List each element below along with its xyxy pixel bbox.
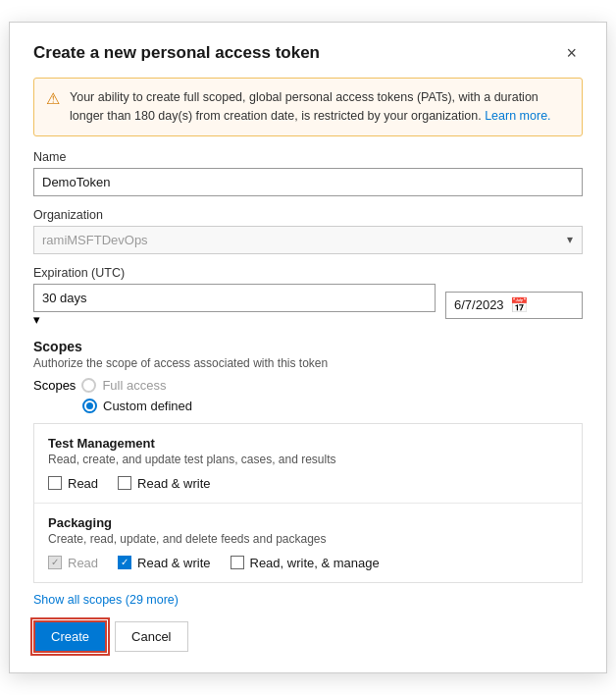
dialog-header: Create a new personal access token × <box>33 42 583 64</box>
warning-banner: ⚠ Your ability to create full scoped, gl… <box>33 78 583 136</box>
full-access-label: Full access <box>102 378 166 393</box>
expiration-select-wrap: 30 days 60 days 90 days 180 days Custom … <box>33 284 436 327</box>
scopes-subtitle: Authorize the scope of access associated… <box>33 356 583 370</box>
pkg-read-checkbox <box>48 556 62 569</box>
dialog-title: Create a new personal access token <box>33 43 320 63</box>
warning-icon: ⚠ <box>46 89 60 108</box>
org-select-wrapper: ramiMSFTDevOps ▾ <box>33 226 583 254</box>
scopes-label: Scopes <box>33 378 76 393</box>
expiration-field-group: Expiration (UTC) 30 days 60 days 90 days… <box>33 266 583 327</box>
scopes-list: Test Management Read, create, and update… <box>33 423 583 583</box>
pkg-readwrite-checkbox[interactable] <box>118 556 131 569</box>
expiration-date-text: 6/7/2023 <box>454 297 504 312</box>
cancel-button[interactable]: Cancel <box>115 621 187 652</box>
name-input[interactable] <box>33 168 583 196</box>
create-button[interactable]: Create <box>33 620 107 653</box>
custom-defined-label: Custom defined <box>103 399 192 413</box>
expiration-label: Expiration (UTC) <box>33 266 583 280</box>
custom-defined-row: Custom defined <box>82 399 583 413</box>
name-label: Name <box>33 150 583 164</box>
calendar-icon[interactable]: 📅 <box>510 296 529 314</box>
custom-defined-radio[interactable]: Custom defined <box>82 399 583 413</box>
scope-item-packaging: Packaging Create, read, update, and dele… <box>34 504 582 582</box>
expiration-select[interactable]: 30 days 60 days 90 days 180 days Custom <box>33 284 436 312</box>
scope-checkboxes-test: Read Read & write <box>48 476 568 491</box>
org-field-group: Organization ramiMSFTDevOps ▾ <box>33 208 583 254</box>
full-access-radio-circle <box>81 378 96 393</box>
expiration-chevron-icon: ▾ <box>33 312 40 327</box>
org-label: Organization <box>33 208 583 222</box>
scope-name-test: Test Management <box>48 436 568 451</box>
pkg-manage-option[interactable]: Read, write, & manage <box>231 556 380 570</box>
show-all-scopes-link[interactable]: Show all scopes (29 more) <box>33 593 179 607</box>
scopes-label-row: Scopes Full access <box>33 378 583 393</box>
pkg-manage-checkbox[interactable] <box>231 556 244 569</box>
pkg-manage-label: Read, write, & manage <box>250 556 380 570</box>
pkg-read-label: Read <box>68 556 98 570</box>
org-select[interactable]: ramiMSFTDevOps <box>33 226 583 254</box>
test-read-label: Read <box>68 476 98 491</box>
pkg-readwrite-option[interactable]: Read & write <box>118 556 210 570</box>
scopes-title: Scopes <box>33 339 583 354</box>
test-readwrite-checkbox[interactable] <box>118 476 131 490</box>
learn-more-link[interactable]: Learn more. <box>485 109 550 123</box>
scope-card-inner-packaging: Packaging Create, read, update, and dele… <box>34 504 582 582</box>
test-readwrite-label: Read & write <box>137 476 210 491</box>
test-read-option[interactable]: Read <box>48 476 98 491</box>
test-read-checkbox[interactable] <box>48 476 62 490</box>
scope-checkboxes-packaging: Read Read & write Read, write, & manage <box>48 556 568 570</box>
scope-item-test-management: Test Management Read, create, and update… <box>34 424 582 504</box>
close-button[interactable]: × <box>560 42 583 64</box>
scope-desc-packaging: Create, read, update, and delete feeds a… <box>48 532 568 546</box>
scope-desc-test: Read, create, and update test plans, cas… <box>48 453 568 466</box>
test-readwrite-option[interactable]: Read & write <box>118 476 210 491</box>
pkg-readwrite-label: Read & write <box>137 556 210 570</box>
expiration-row: 30 days 60 days 90 days 180 days Custom … <box>33 284 583 327</box>
expiration-date-field: 6/7/2023 📅 <box>445 292 583 319</box>
scope-card-inner-test: Test Management Read, create, and update… <box>34 424 582 503</box>
scopes-section: Scopes Authorize the scope of access ass… <box>33 339 583 413</box>
pkg-read-option: Read <box>48 556 98 570</box>
warning-text: Your ability to create full scoped, glob… <box>70 88 570 126</box>
scope-name-packaging: Packaging <box>48 515 568 530</box>
custom-defined-radio-circle <box>82 399 97 413</box>
full-access-radio[interactable]: Full access <box>81 378 166 393</box>
create-token-dialog: Create a new personal access token × ⚠ Y… <box>9 22 607 673</box>
name-field-group: Name <box>33 150 583 196</box>
footer-buttons: Create Cancel <box>33 620 583 653</box>
